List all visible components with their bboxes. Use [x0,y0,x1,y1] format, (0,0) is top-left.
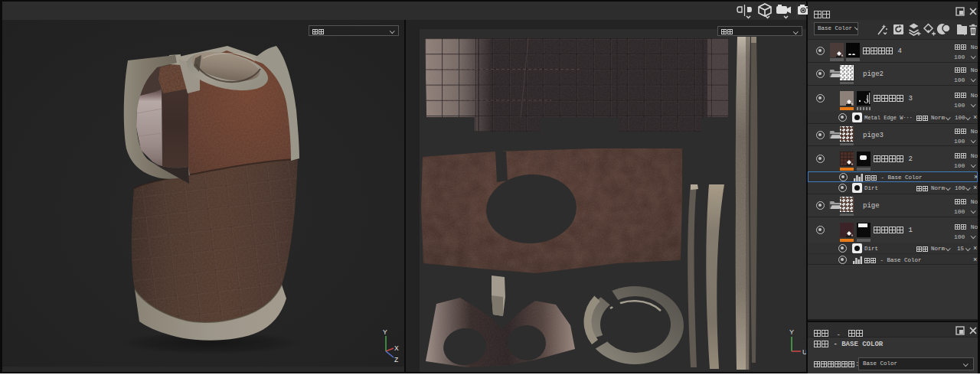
svg-text:Y: Y [789,328,794,336]
svg-text:Y: Y [383,328,387,336]
svg-text:U: U [802,348,806,356]
svg-text:Z: Z [394,356,398,364]
svg-text:X: X [394,344,399,352]
